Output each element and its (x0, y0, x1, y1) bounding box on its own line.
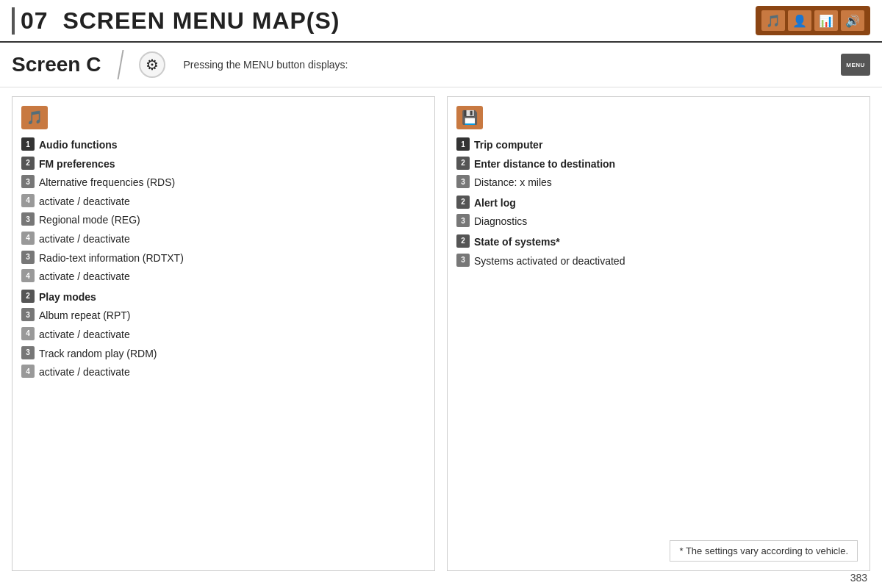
audio-item-10-text: Album repeat (RPT) (39, 307, 130, 325)
trip-panel-icon: 💾 (456, 106, 483, 129)
level-badge-11: 4 (21, 327, 35, 340)
trip-badge-5: 3 (456, 214, 470, 227)
audio-item-5: 3 Regional mode (REG) (21, 212, 423, 229)
trip-item-1-text: Trip computer (474, 137, 542, 154)
level-badge-8: 4 (21, 269, 35, 282)
title-text: SCREEN MENU MAP(S) (62, 7, 340, 34)
trip-badge-4: 2 (456, 196, 470, 209)
audio-item-4-text: activate / deactivate (39, 193, 130, 211)
level-badge-13: 4 (21, 365, 35, 378)
audio-panel: 🎵 1 Audio functions 2 FM preferences 3 A… (12, 96, 435, 571)
trip-item-7-text: Systems activated or deactivated (474, 253, 625, 270)
audio-item-8-text: activate / deactivate (39, 268, 130, 286)
audio-item-6: 4 activate / deactivate (21, 231, 423, 248)
level-badge-2: 2 (21, 157, 35, 170)
audio-item-2-text: FM preferences (39, 156, 115, 173)
header-icon-4: 🔊 (841, 10, 864, 31)
audio-item-1-text: Audio functions (39, 137, 118, 154)
level-badge-1: 1 (21, 137, 35, 151)
header-icon-bar: 🎵 👤 📊 🔊 (756, 6, 870, 35)
page-number: 383 (850, 572, 867, 584)
screen-label: Screen C (12, 53, 101, 76)
audio-panel-header: 🎵 (21, 106, 423, 129)
header-icon-1: 🎵 (761, 10, 785, 31)
trip-item-7: 3 Systems activated or deactivated (456, 253, 858, 270)
audio-item-11-text: activate / deactivate (39, 326, 130, 344)
level-badge-5: 3 (21, 212, 35, 226)
audio-item-7-text: Radio-text information (RDTXT) (39, 250, 184, 268)
trip-item-4: 2 Alert log (456, 195, 858, 212)
audio-item-13: 4 activate / deactivate (21, 364, 423, 381)
trip-badge-2: 2 (456, 157, 470, 170)
audio-item-3-text: Alternative frequencies (RDS) (39, 174, 175, 192)
audio-item-1: 1 Audio functions (21, 137, 423, 154)
header-icon-2: 👤 (788, 10, 811, 31)
level-badge-10: 3 (21, 308, 35, 321)
screen-divider (118, 50, 124, 79)
level-badge-7: 3 (21, 251, 35, 264)
audio-item-7: 3 Radio-text information (RDTXT) (21, 250, 423, 268)
gear-icon: ⚙ (139, 51, 165, 78)
audio-item-9: 2 Play modes (21, 289, 423, 306)
menu-button-label: MENU (846, 62, 865, 68)
trip-panel: 💾 1 Trip computer 2 Enter distance to de… (447, 96, 870, 571)
audio-item-11: 4 activate / deactivate (21, 326, 423, 344)
trip-item-5: 3 Diagnostics (456, 213, 858, 231)
trip-badge-3: 3 (456, 175, 470, 188)
menu-button-icon: MENU (841, 54, 870, 76)
footer-note: * The settings vary according to vehicle… (670, 540, 858, 562)
trip-item-1: 1 Trip computer (456, 137, 858, 154)
trip-badge-6: 2 (456, 234, 470, 248)
trip-badge-7: 3 (456, 254, 470, 267)
trip-item-6: 2 State of systems* (456, 234, 858, 251)
footer-note-text: * The settings vary according to vehicle… (679, 545, 848, 556)
level-badge-12: 3 (21, 346, 35, 359)
audio-item-8: 4 activate / deactivate (21, 268, 423, 286)
menu-description: Pressing the MENU button displays: (183, 59, 348, 71)
trip-item-4-text: Alert log (474, 195, 516, 212)
audio-item-3: 3 Alternative frequencies (RDS) (21, 174, 423, 192)
audio-item-12: 3 Track random play (RDM) (21, 345, 423, 363)
trip-item-2-text: Enter distance to destination (474, 156, 615, 173)
audio-item-6-text: activate / deactivate (39, 231, 130, 248)
page-header: 07 SCREEN MENU MAP(S) 🎵 👤 📊 🔊 (0, 0, 882, 43)
audio-item-2: 2 FM preferences (21, 156, 423, 173)
trip-badge-1: 1 (456, 137, 470, 151)
audio-item-9-text: Play modes (39, 289, 96, 306)
chapter-number: 07 (21, 7, 49, 34)
level-badge-4: 4 (21, 194, 35, 207)
chapter-title: 07 SCREEN MENU MAP(S) (12, 7, 340, 35)
trip-item-5-text: Diagnostics (474, 213, 527, 231)
level-badge-6: 4 (21, 232, 35, 245)
audio-panel-icon: 🎵 (21, 106, 48, 129)
audio-item-13-text: activate / deactivate (39, 364, 130, 381)
audio-item-5-text: Regional mode (REG) (39, 212, 140, 229)
trip-item-3: 3 Distance: x miles (456, 174, 858, 192)
level-badge-3: 3 (21, 175, 35, 188)
main-content: 🎵 1 Audio functions 2 FM preferences 3 A… (0, 87, 882, 580)
trip-panel-header: 💾 (456, 106, 858, 129)
audio-item-10: 3 Album repeat (RPT) (21, 307, 423, 325)
trip-item-2: 2 Enter distance to destination (456, 156, 858, 173)
header-icon-3: 📊 (814, 10, 838, 31)
audio-item-12-text: Track random play (RDM) (39, 345, 157, 363)
trip-item-6-text: State of systems* (474, 234, 560, 251)
trip-item-3-text: Distance: x miles (474, 174, 552, 192)
level-badge-9: 2 (21, 290, 35, 303)
screen-bar: Screen C ⚙ Pressing the MENU button disp… (0, 43, 882, 87)
audio-item-4: 4 activate / deactivate (21, 193, 423, 211)
